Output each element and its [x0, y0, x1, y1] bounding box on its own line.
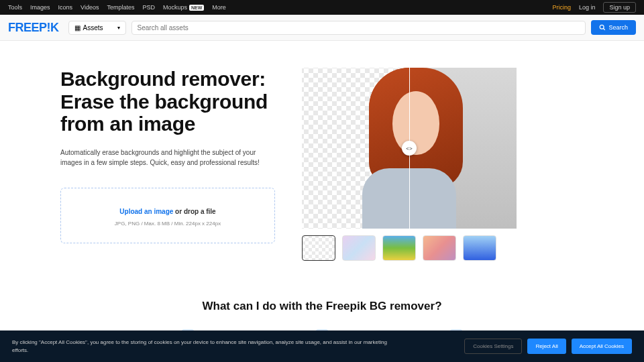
preview-compare[interactable]: <> [302, 68, 517, 229]
thumb-landscape[interactable] [382, 235, 416, 261]
header: FREEP!K ▦ Assets ▾ Search [0, 15, 644, 41]
nav-mockups[interactable]: MockupsNEW [163, 4, 204, 11]
hero-title: Background remover: Erase the background… [60, 68, 275, 135]
top-nav: Tools Images Icons Videos Templates PSD … [0, 0, 644, 15]
grid-icon: ▦ [74, 24, 80, 32]
thumb-sky[interactable] [463, 235, 496, 261]
search-button[interactable]: Search [591, 20, 636, 35]
thumb-transparent[interactable] [302, 235, 335, 261]
upload-hint: JPG, PNG / Max. 8 MB / Min. 224px x 224p… [69, 221, 266, 227]
nav-pricing[interactable]: Pricing [552, 4, 571, 11]
assets-label: Assets [83, 24, 103, 32]
nav-icons[interactable]: Icons [58, 4, 73, 11]
upload-link[interactable]: Upload an image [119, 208, 173, 215]
search-icon [599, 24, 606, 31]
chevron-down-icon: ▾ [117, 25, 120, 31]
signup-button[interactable]: Sign up [603, 2, 636, 13]
svg-line-1 [604, 28, 606, 30]
top-nav-right: Pricing Log in Sign up [552, 2, 636, 13]
nav-templates[interactable]: Templates [107, 4, 134, 11]
slider-handle[interactable]: <> [402, 141, 417, 156]
upload-text: or drop a file [173, 208, 215, 215]
thumb-pattern[interactable] [342, 235, 376, 261]
new-badge: NEW [189, 5, 204, 11]
nav-psd[interactable]: PSD [142, 4, 155, 11]
nav-login[interactable]: Log in [579, 4, 596, 11]
main: Background remover: Erase the background… [0, 41, 644, 261]
cookie-text: By clicking "Accept All Cookies", you ag… [12, 339, 388, 353]
hero-right: <> [302, 68, 584, 261]
nav-images[interactable]: Images [30, 4, 50, 11]
cookie-buttons: Cookies Settings Reject All Accept All C… [464, 339, 632, 354]
thumb-gradient[interactable] [423, 235, 456, 261]
cookie-reject-button[interactable]: Reject All [527, 339, 566, 354]
search-button-label: Search [608, 24, 628, 31]
nav-tools[interactable]: Tools [8, 4, 22, 11]
search-box[interactable] [131, 21, 586, 35]
svg-point-0 [600, 25, 604, 29]
assets-dropdown[interactable]: ▦ Assets ▾ [68, 21, 126, 35]
hero-left: Background remover: Erase the background… [60, 68, 275, 261]
background-thumbnails [302, 235, 584, 261]
search-input[interactable] [138, 24, 580, 32]
cookie-banner: By clicking "Accept All Cookies", you ag… [0, 330, 644, 362]
upload-dropzone[interactable]: Upload an image or drop a file JPG, PNG … [60, 188, 275, 243]
top-nav-left: Tools Images Icons Videos Templates PSD … [8, 4, 226, 11]
hero-subtitle: Automatically erase backgrounds and high… [60, 147, 275, 168]
cookie-settings-button[interactable]: Cookies Settings [464, 339, 522, 354]
preview-original [409, 68, 517, 229]
nav-more[interactable]: More [212, 4, 226, 11]
logo[interactable]: FREEP!K [8, 21, 59, 35]
nav-videos[interactable]: Videos [80, 4, 99, 11]
section-title: What can I do with the Freepik BG remove… [0, 300, 644, 313]
cookie-accept-button[interactable]: Accept All Cookies [572, 339, 632, 354]
